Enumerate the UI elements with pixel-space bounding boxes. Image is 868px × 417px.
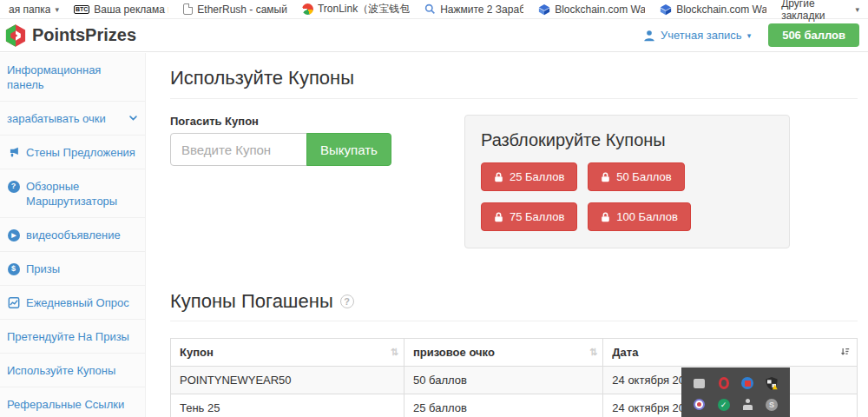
sidebar-item-daily-poll[interactable]: Ежедневный Опрос	[0, 286, 145, 320]
sort-icon[interactable]: ⇅	[391, 347, 397, 358]
unlock-button-label: 75 Баллов	[510, 210, 564, 223]
system-tray-popup: ✓ S	[681, 367, 790, 417]
cell-points: 25 баллов	[404, 394, 602, 417]
bookmark-label: EtherRush - самый	[197, 3, 287, 16]
unlock-coupons-title: Разблокируйте Купоны	[481, 130, 773, 150]
redeem-coupon-form: Погасить Купон Выкупать	[170, 115, 464, 248]
help-icon[interactable]: ?	[340, 295, 354, 308]
sidebar-item-label: Реферальные Ссылки	[7, 397, 124, 412]
sort-desc-icon[interactable]	[840, 347, 850, 359]
chevron-down-icon: ▾	[855, 5, 859, 14]
sidebar-item-claim-prizes[interactable]: Претендуйте На Призы	[0, 320, 145, 354]
privacy-app-tray-icon[interactable]	[741, 398, 754, 411]
tronlink-icon	[302, 3, 313, 15]
brand-logo[interactable]: PointsPrizes	[9, 23, 136, 48]
chevron-down-icon: ▾	[747, 31, 752, 40]
sidebar-item-label: видеообъявление	[26, 228, 121, 242]
cell-points: 50 баллов	[404, 367, 602, 394]
points-balance-badge[interactable]: 506 баллов	[768, 23, 859, 47]
pointsprizes-hexagon-icon	[3, 23, 28, 48]
unlock-75-button[interactable]: 75 Баллов	[481, 202, 577, 231]
sidebar: Информационная панель зарабатывать очки …	[0, 53, 146, 417]
sidebar-item-label: зарабатывать очки	[7, 111, 106, 126]
lock-icon	[601, 172, 610, 182]
sort-icon[interactable]: ⇅	[589, 347, 595, 358]
blockchain-icon	[660, 3, 672, 16]
site-header: PointsPrizes Учетная запись ▾ 506 баллов	[0, 19, 868, 52]
unlock-button-label: 100 Баллов	[616, 210, 678, 223]
account-label: Учетная запись	[661, 29, 742, 42]
megaphone-icon	[7, 146, 20, 159]
sidebar-item-referral-links[interactable]: Реферальные Ссылки	[0, 387, 145, 417]
redeem-coupon-label: Погасить Купон	[170, 115, 464, 128]
chart-line-icon	[7, 296, 20, 309]
cell-coupon: POINTYNEWYEAR50	[171, 367, 404, 394]
play-circle-icon: ▶	[7, 228, 20, 242]
unlock-50-button[interactable]: 50 Баллов	[588, 162, 684, 191]
sidebar-item-label: Стены Предложения	[26, 145, 135, 160]
bookmarks-bar: ая папка ▾ BTC Ваша реклама в с EtherRus…	[0, 0, 868, 19]
btc-icon: BTC	[74, 5, 89, 14]
lock-icon	[601, 212, 610, 222]
bookmark-item[interactable]: BTC Ваша реклама в с	[74, 3, 168, 16]
lock-icon	[494, 212, 503, 222]
page-title: Используйте Купоны	[170, 67, 858, 89]
unlock-button-label: 25 Баллов	[510, 170, 564, 183]
bookmark-label: Blockchain.com Wa	[676, 3, 766, 16]
sync-app-tray-icon[interactable]	[741, 377, 754, 390]
bookmark-item[interactable]: Нажмите 2 Зараб	[424, 3, 523, 16]
main-content: Используйте Купоны Погасить Купон Выкупа…	[146, 53, 868, 417]
sidebar-item-label: Обзорные Маршрутизаторы	[26, 179, 138, 208]
divider	[170, 98, 858, 99]
skype-tray-icon[interactable]: S	[766, 398, 779, 411]
bookmark-label: TronLink（波宝钱包	[318, 2, 410, 17]
bookmark-item[interactable]: EtherRush - самый	[183, 3, 287, 16]
dollar-coin-icon: $	[7, 262, 20, 275]
question-circle-icon: ?	[7, 180, 20, 193]
bookmark-item[interactable]: TronLink（波宝钱包	[302, 2, 410, 17]
sidebar-item-use-coupons[interactable]: Используйте Купоны	[0, 354, 145, 387]
bookmark-label: Ваша реклама в с	[94, 3, 168, 16]
bookmark-folder[interactable]: ая папка ▾	[9, 3, 59, 16]
header-right: Учетная запись ▾ 506 баллов	[643, 23, 859, 47]
unlock-100-button[interactable]: 100 Баллов	[588, 202, 691, 231]
opera-tray-icon[interactable]	[717, 377, 730, 390]
antivirus-tray-icon[interactable]: ✓	[717, 398, 730, 411]
search-icon	[424, 3, 436, 15]
column-header-date[interactable]: Дата	[603, 339, 858, 367]
coupon-input[interactable]	[170, 133, 307, 166]
sidebar-item-label: Информационная панель	[7, 63, 138, 92]
bookmark-label: Blockchain.com Wa	[555, 3, 645, 16]
chevron-down-icon: ▾	[55, 5, 59, 14]
sidebar-item-prizes[interactable]: $ Призы	[0, 252, 145, 286]
chat-tray-icon[interactable]	[693, 377, 706, 390]
table-header-row: Купон ⇅ призовое очко ⇅ Дата	[171, 339, 858, 367]
recorder-tray-icon[interactable]	[693, 398, 706, 411]
other-bookmarks-label: Другие закладки	[781, 0, 851, 22]
user-icon	[643, 30, 655, 42]
sidebar-item-offer-walls[interactable]: Стены Предложения	[0, 136, 145, 169]
account-menu[interactable]: Учетная запись ▾	[643, 29, 751, 42]
sidebar-item-label: Претендуйте На Призы	[7, 329, 129, 344]
chevron-down-icon	[128, 111, 138, 126]
sidebar-item-dashboard[interactable]: Информационная панель	[0, 53, 145, 102]
cell-coupon: Тень 25	[171, 394, 404, 417]
sidebar-item-label: Ежедневный Опрос	[26, 295, 129, 310]
sidebar-item-earn-points[interactable]: зарабатывать очки	[0, 102, 145, 136]
redeemed-coupons-title: Купоны Погашены ?	[170, 290, 858, 313]
column-header-coupon[interactable]: Купон ⇅	[171, 339, 404, 367]
column-header-points[interactable]: призовое очко ⇅	[404, 339, 602, 367]
redeem-button[interactable]: Выкупать	[306, 133, 391, 166]
windows-security-tray-icon[interactable]	[766, 377, 779, 390]
divider	[170, 321, 858, 321]
brand-name: PointsPrizes	[32, 25, 136, 45]
sidebar-item-video-ads[interactable]: ▶ видеообъявление	[0, 218, 145, 252]
unlock-25-button[interactable]: 25 Баллов	[481, 162, 577, 191]
other-bookmarks[interactable]: Другие закладки ▾	[781, 0, 859, 22]
blockchain-icon	[538, 3, 550, 16]
bookmark-item[interactable]: Blockchain.com Wa	[538, 3, 645, 16]
bookmark-item[interactable]: Blockchain.com Wa	[660, 3, 766, 16]
lock-icon	[494, 172, 503, 182]
unlock-coupons-panel: Разблокируйте Купоны 25 Баллов 50 Баллов…	[464, 115, 790, 248]
sidebar-item-survey-routers[interactable]: ? Обзорные Маршрутизаторы	[0, 169, 145, 218]
